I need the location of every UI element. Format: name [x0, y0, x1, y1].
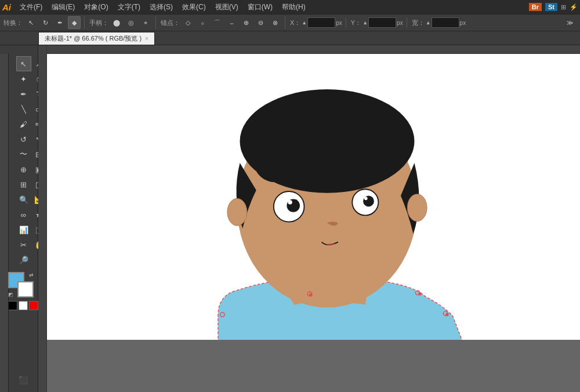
background-color[interactable]: [17, 281, 34, 297]
stock-icon[interactable]: St: [545, 3, 557, 11]
svg-point-8: [364, 197, 368, 200]
x-coord-group: X： ▲ 1153 px: [290, 17, 346, 28]
color-boxes: ⇄ ◩: [8, 272, 34, 297]
svg-point-16: [309, 293, 313, 297]
blend-tool[interactable]: ∞: [16, 207, 31, 222]
main-area: ↖ ↗ ✦ ⍥ ✒ T ╲ ▭ 🖌 ✏ ↺ ⤡: [0, 45, 580, 392]
rotate-tool[interactable]: ↺: [16, 132, 31, 147]
handle-btn3[interactable]: ⌖: [139, 16, 152, 29]
eyedropper-tool[interactable]: 🔍: [16, 192, 31, 207]
handle-btn1[interactable]: ⬤: [110, 16, 123, 29]
menu-object[interactable]: 对象(O): [80, 1, 112, 13]
artboard[interactable]: [47, 54, 580, 392]
transform-label: 转换：: [3, 19, 23, 27]
default-colors-icon[interactable]: ◩: [8, 292, 13, 297]
document-tab[interactable]: 未标题-1* @ 66.67% ( RGB/预览 ) ×: [38, 32, 155, 45]
x-unit: px: [336, 20, 342, 26]
anchor-label: 锚点：: [161, 19, 180, 27]
pen-tool-btn[interactable]: ✒: [53, 16, 66, 29]
search-icon[interactable]: ⚡: [570, 3, 578, 11]
menu-view[interactable]: 视图(V): [211, 1, 242, 13]
tab-close-btn[interactable]: ×: [145, 35, 148, 42]
menu-file[interactable]: 文件(F): [16, 1, 46, 13]
tab-label: 未标题-1* @ 66.67% ( RGB/预览 ): [45, 34, 142, 43]
svg-point-10: [407, 194, 427, 222]
anchor-btn3[interactable]: ⌒: [211, 16, 223, 29]
toolbar-right: ≫: [564, 16, 577, 29]
anchor-btn2[interactable]: ⬦: [196, 16, 209, 29]
y-coord-group: Y： ▲ 588 px: [351, 17, 407, 28]
menu-bar: Ai 文件(F) 编辑(E) 对象(O) 文字(T) 选择(S) 效果(C) 视…: [0, 0, 580, 14]
menu-effect[interactable]: 效果(C): [178, 1, 210, 13]
y-value-input[interactable]: 588: [368, 17, 396, 28]
canvas-area[interactable]: [38, 45, 580, 392]
toolbar: 转换： ↖ ↻ ✒ ◆ 手柄： ⬤ ◎ ⌖ 锚点： ◇ ⬦ ⌒ ⌣ ⊕ ⊖ ⊗ …: [0, 14, 580, 31]
direct-select-btn[interactable]: ◆: [68, 16, 81, 29]
vertical-ruler: [0, 54, 9, 392]
handle-group: 手柄： ⬤ ◎ ⌖: [89, 16, 156, 29]
transform-group: 转换： ↖ ↻ ✒ ◆: [3, 16, 85, 29]
menu-select[interactable]: 选择(S): [146, 1, 177, 13]
handle-btn2[interactable]: ◎: [125, 16, 137, 29]
menu-text[interactable]: 文字(T): [114, 1, 144, 13]
app-logo: Ai: [2, 2, 11, 12]
anchor-btn6[interactable]: ⊖: [254, 16, 267, 29]
red-swatch[interactable]: [29, 301, 38, 310]
canvas-below: [47, 340, 580, 392]
rotate-tool-btn[interactable]: ↻: [39, 16, 52, 29]
x-value-input[interactable]: 1153: [307, 17, 335, 28]
anchor-group: 锚点： ◇ ⬦ ⌒ ⌣ ⊕ ⊖ ⊗: [161, 16, 285, 29]
w-value-input[interactable]: 0: [432, 17, 459, 28]
mesh-tool[interactable]: ⊞: [16, 177, 31, 192]
black-swatch[interactable]: [8, 301, 17, 310]
color-section: ⇄ ◩: [8, 272, 38, 310]
anchor-btn1[interactable]: ◇: [182, 16, 194, 29]
slice-tool[interactable]: ✂: [16, 237, 31, 252]
svg-point-9: [227, 198, 247, 226]
workspace-icon[interactable]: ⊞: [561, 3, 566, 11]
w-coord-group: 宽： ▲ 0 px: [412, 17, 466, 28]
tool-panel: ↖ ↗ ✦ ⍥ ✒ T ╲ ▭ 🖌 ✏ ↺ ⤡: [8, 56, 38, 267]
shape-builder-tool[interactable]: ⊕: [16, 162, 31, 177]
x-label: X：: [290, 19, 300, 27]
line-tool[interactable]: ╲: [16, 101, 31, 117]
horizontal-ruler: [47, 45, 580, 54]
anchor-btn5[interactable]: ⊕: [240, 16, 252, 29]
white-swatch[interactable]: [19, 301, 28, 310]
pen-tool[interactable]: ✒: [16, 86, 31, 101]
y-unit: px: [397, 20, 403, 26]
swap-colors-icon[interactable]: ⇄: [29, 272, 34, 278]
bridge-icon[interactable]: Br: [529, 3, 542, 11]
menu-window[interactable]: 窗口(W): [244, 1, 277, 13]
anchor-btn7[interactable]: ⊗: [269, 16, 281, 29]
tab-bar: 未标题-1* @ 66.67% ( RGB/预览 ) ×: [0, 31, 580, 45]
w-spinner-up[interactable]: ▲: [426, 20, 431, 26]
menu-items: 文件(F) 编辑(E) 对象(O) 文字(T) 选择(S) 效果(C) 视图(V…: [16, 1, 310, 13]
menu-help[interactable]: 帮助(H): [278, 1, 310, 13]
vertical-ruler-canvas: [38, 45, 47, 392]
select-tool-btn[interactable]: ↖: [24, 16, 37, 29]
y-label: Y：: [351, 19, 361, 27]
w-label: 宽：: [412, 19, 425, 27]
magic-wand-tool[interactable]: ✦: [16, 71, 31, 86]
svg-point-18: [445, 313, 449, 317]
bottom-icon: ⬛: [8, 372, 38, 387]
svg-point-5: [288, 200, 292, 205]
left-toolbar: ↖ ↗ ✦ ⍥ ✒ T ╲ ▭ 🖌 ✏ ↺ ⤡: [0, 45, 38, 392]
selection-tool[interactable]: ↖: [16, 56, 31, 71]
warp-tool[interactable]: 〜: [16, 147, 31, 162]
paintbrush-tool[interactable]: 🖌: [16, 117, 31, 132]
x-spinner-up[interactable]: ▲: [302, 20, 307, 26]
svg-point-17: [418, 292, 422, 296]
y-spinner-up[interactable]: ▲: [362, 20, 368, 26]
zoom-tool[interactable]: 🔎: [16, 252, 31, 267]
handle-label: 手柄：: [89, 19, 108, 27]
anchor-btn4[interactable]: ⌣: [225, 16, 238, 29]
color-swatches: [8, 301, 38, 310]
right-icons: Br St ⊞ ⚡: [529, 3, 578, 11]
screen-mode-btn[interactable]: ⬛: [8, 372, 38, 387]
more-tools-btn[interactable]: ≫: [564, 16, 577, 29]
w-unit: px: [460, 20, 466, 26]
menu-edit[interactable]: 编辑(E): [48, 1, 79, 13]
column-graph-tool[interactable]: 📊: [16, 222, 31, 237]
